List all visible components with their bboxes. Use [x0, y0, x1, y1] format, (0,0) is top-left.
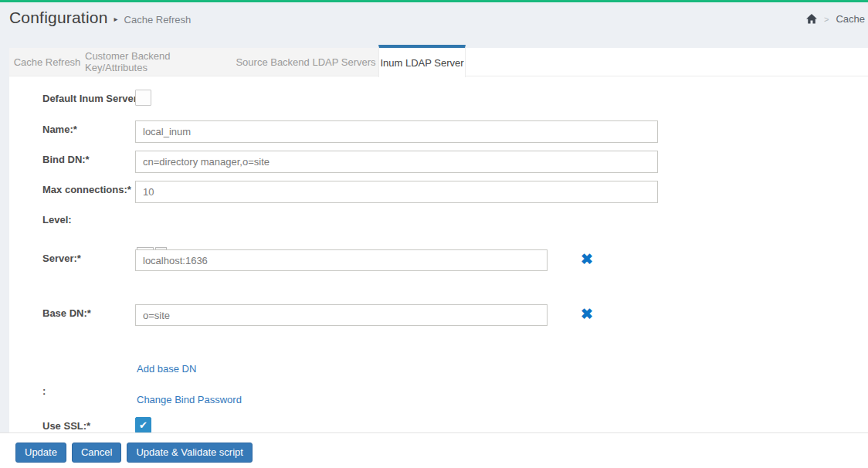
use-ssl-label: Use SSL:* — [42, 420, 90, 432]
name-input[interactable] — [135, 120, 658, 143]
page-title: Configuration ▸ Cache Refresh — [9, 8, 191, 27]
name-label: Name:* — [42, 124, 77, 135]
level-label: Level: — [42, 214, 72, 226]
content-panel: Cache Refresh Customer Backend Key/Attri… — [9, 48, 868, 432]
server-input[interactable] — [135, 249, 548, 271]
use-ssl-checkbox[interactable] — [135, 417, 151, 433]
max-connections-label: Max connections:* — [42, 184, 131, 195]
update-validate-script-button[interactable]: Update & Validate script — [127, 443, 253, 463]
max-connections-input[interactable] — [135, 181, 658, 203]
bind-dn-label: Bind DN:* — [42, 154, 90, 165]
form-actions: Update Cancel Update & Validate script — [15, 443, 253, 463]
bind-dn-input[interactable] — [135, 151, 658, 173]
tab-inum-ldap-server[interactable]: Inum LDAP Server — [378, 45, 466, 77]
remove-server-icon[interactable]: ✖ — [581, 253, 596, 268]
footer-divider — [0, 432, 868, 433]
tab-customer-backend-key-attributes[interactable]: Customer Backend Key/Attributes — [85, 48, 233, 76]
update-button[interactable]: Update — [15, 443, 66, 463]
tab-source-backend-ldap-servers[interactable]: Source Backend LDAP Servers — [233, 48, 378, 76]
base-dn-input[interactable] — [135, 304, 548, 326]
chevron-right-icon: > — [824, 15, 829, 24]
page-subtitle: Cache Refresh — [124, 14, 192, 25]
cancel-button[interactable]: Cancel — [72, 443, 121, 463]
caret-right-icon: ▸ — [114, 15, 118, 23]
inum-ldap-server-form: Default Inum Server: Name:* Bind DN:* Ma… — [9, 76, 868, 432]
page-title-text: Configuration — [9, 8, 108, 27]
base-dn-label: Base DN:* — [42, 307, 91, 319]
breadcrumb: > Cache Refresh — [806, 13, 868, 25]
tab-bar: Cache Refresh Customer Backend Key/Attri… — [9, 48, 868, 76]
bind-password-label: : — [42, 385, 46, 397]
add-base-dn-link[interactable]: Add base DN — [137, 363, 196, 375]
home-icon[interactable] — [806, 14, 817, 24]
remove-base-dn-icon[interactable]: ✖ — [581, 307, 596, 323]
default-inum-server-label: Default Inum Server: — [42, 93, 141, 104]
left-gutter — [0, 48, 9, 432]
tab-cache-refresh[interactable]: Cache Refresh — [9, 48, 85, 76]
breadcrumb-item-cache-refresh[interactable]: Cache Refresh — [836, 13, 868, 25]
change-bind-password-link[interactable]: Change Bind Password — [137, 394, 242, 405]
default-inum-server-checkbox[interactable] — [135, 90, 151, 106]
server-label: Server:* — [42, 253, 81, 264]
